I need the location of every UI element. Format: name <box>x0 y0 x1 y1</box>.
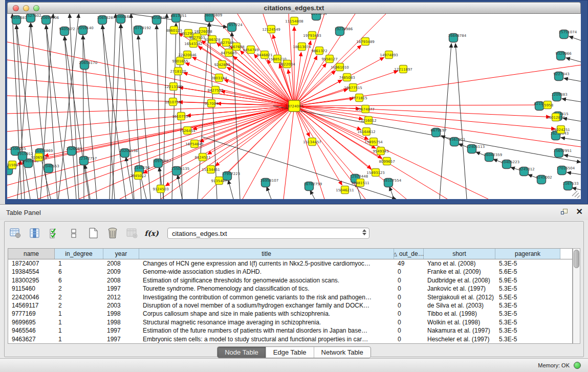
table-cell[interactable]: 1 <box>55 318 103 326</box>
table-cell[interactable]: 5.3E-5 <box>495 285 560 293</box>
scrollbar-thumb[interactable] <box>574 250 579 268</box>
table-cell[interactable]: Franke et al. (2009) <box>424 268 495 276</box>
table-cell[interactable]: 2 <box>55 285 103 293</box>
column-header-title[interactable]: title <box>139 249 394 259</box>
clear-selection-icon[interactable] <box>67 227 80 240</box>
zoom-window-button[interactable] <box>33 5 39 11</box>
new-column-icon[interactable] <box>86 227 100 240</box>
table-cell[interactable]: 0 <box>394 293 424 301</box>
table-cell[interactable]: 1997 <box>103 326 139 335</box>
float-panel-icon[interactable] <box>560 208 569 216</box>
table-cell[interactable]: 1997 <box>103 335 139 343</box>
table-cell[interactable]: 6 <box>55 268 103 276</box>
table-row[interactable]: 946554611997Estimation of the future num… <box>8 326 572 335</box>
table-cell[interactable]: 5.9E-5 <box>495 276 560 285</box>
delete-table-icon[interactable] <box>125 227 139 240</box>
table-cell[interactable]: Nakamura et al. (1997) <box>424 326 495 335</box>
table-row[interactable]: 977716911998Corpus callosum shape and si… <box>8 310 572 318</box>
table-cell[interactable]: 0 <box>394 301 424 310</box>
tab-network-table[interactable]: Network Table <box>314 347 371 358</box>
table-selector-dropdown[interactable]: citations_edges.txt <box>167 228 369 239</box>
table-row[interactable]: 946362711997Embryonic stem cells: a mode… <box>8 335 572 343</box>
table-cell[interactable]: 5.3E-5 <box>495 326 560 335</box>
tab-node-table[interactable]: Node Table <box>217 347 266 358</box>
table-cell[interactable]: 18724007 <box>8 259 55 268</box>
table-cell[interactable]: 2008 <box>103 276 139 285</box>
table-cell[interactable]: Investigating the contribution of common… <box>139 293 394 301</box>
table-cell[interactable]: Estimation of the future numbers of pati… <box>139 326 394 335</box>
table-row[interactable]: 1830029562008Estimation of significance … <box>8 276 572 285</box>
table-settings-icon[interactable] <box>9 227 22 240</box>
function-builder-icon[interactable]: f(x) <box>145 227 158 240</box>
table-cell[interactable]: 5.3E-5 <box>495 259 560 268</box>
table-row[interactable]: 969969511998Structural magnetic resonanc… <box>8 318 572 326</box>
tab-edge-table[interactable]: Edge Table <box>266 347 314 358</box>
table-cell[interactable]: 1998 <box>103 318 139 326</box>
table-cell[interactable]: 5.3E-5 <box>495 310 560 318</box>
network-canvas[interactable]: 2055381152760220691406940557220591401065… <box>7 14 581 199</box>
table-cell[interactable]: Yano et al. (2008) <box>424 259 495 268</box>
vertical-scrollbar[interactable] <box>573 248 580 344</box>
column-visibility-icon[interactable] <box>28 227 41 240</box>
network-window-titlebar[interactable]: citations_edges.txt <box>7 2 581 14</box>
table-cell[interactable]: 0 <box>394 285 424 293</box>
table-cell[interactable]: Tourette syndrome. Phenomenology and cla… <box>139 285 394 293</box>
table-cell[interactable]: 2 <box>55 293 103 301</box>
table-cell[interactable]: Embryonic stem cells: a model to study s… <box>139 335 394 343</box>
table-cell[interactable]: 0 <box>394 335 424 343</box>
delete-column-icon[interactable] <box>106 227 119 240</box>
table-cell[interactable]: Changes of HCN gene expression and I(f) … <box>139 259 394 268</box>
table-cell[interactable]: Genome-wide association studies in ADHD. <box>139 268 394 276</box>
table-cell[interactable]: 1998 <box>103 310 139 318</box>
table-cell[interactable]: 5.6E-5 <box>495 268 560 276</box>
close-window-button[interactable] <box>13 5 19 11</box>
table-cell[interactable]: 14569117 <box>8 301 55 310</box>
table-cell[interactable]: 1 <box>55 310 103 318</box>
table-cell[interactable]: 9777169 <box>8 310 55 318</box>
table-cell[interactable]: 0 <box>394 326 424 335</box>
table-cell[interactable]: 9463627 <box>8 335 55 343</box>
table-cell[interactable]: 5.3E-5 <box>495 318 560 326</box>
table-cell[interactable]: 19384554 <box>8 268 55 276</box>
table-cell[interactable]: 1 <box>55 326 103 335</box>
table-cell[interactable]: 0 <box>394 268 424 276</box>
table-cell[interactable]: 0 <box>394 318 424 326</box>
table-cell[interactable]: 1 <box>55 335 103 343</box>
table-cell[interactable]: 9699695 <box>8 318 55 326</box>
select-all-icon[interactable] <box>48 227 61 240</box>
column-header-year[interactable]: year <box>103 249 139 259</box>
table-cell[interactable]: 5.5E-5 <box>495 293 560 301</box>
table-cell[interactable]: 2012 <box>103 293 139 301</box>
table-cell[interactable]: Jankovic et al. (1997) <box>424 285 495 293</box>
table-row[interactable]: 1872400712008Changes of HCN gene express… <box>8 259 572 268</box>
table-cell[interactable]: Stergiakouli et al. (2012) <box>424 293 495 301</box>
table-cell[interactable]: Hescheler et al. (1997) <box>424 335 495 343</box>
column-header-short[interactable]: short <box>424 249 495 259</box>
table-cell[interactable]: 2008 <box>103 259 139 268</box>
table-cell[interactable]: 6 <box>55 276 103 285</box>
table-cell[interactable]: 0 <box>394 310 424 318</box>
column-header-name[interactable]: name <box>8 249 55 259</box>
table-cell[interactable]: 9465546 <box>8 326 55 335</box>
close-panel-icon[interactable]: ✕ <box>576 207 583 216</box>
table-cell[interactable]: 5.3E-5 <box>495 335 560 343</box>
table-cell[interactable]: Wolkin et al. (1998) <box>424 318 495 326</box>
table-cell[interactable]: 0 <box>394 276 424 285</box>
table-cell[interactable]: 49 <box>394 259 424 268</box>
table-cell[interactable]: Structural magnetic resonance image aver… <box>139 318 394 326</box>
minimize-window-button[interactable] <box>23 5 29 11</box>
table-cell[interactable]: de Silva et al. (2003) <box>424 301 495 310</box>
table-cell[interactable]: 2009 <box>103 268 139 276</box>
table-cell[interactable]: 18300295 <box>8 276 55 285</box>
table-cell[interactable]: 9115460 <box>8 285 55 293</box>
table-cell[interactable]: 5.3E-5 <box>495 301 560 310</box>
table-cell[interactable]: 22420046 <box>8 293 55 301</box>
table-cell[interactable]: 1997 <box>103 285 139 293</box>
table-cell[interactable]: 2 <box>55 301 103 310</box>
column-header-in_degree[interactable]: in_degree <box>55 249 103 259</box>
table-cell[interactable]: 2003 <box>103 301 139 310</box>
table-cell[interactable]: Corpus callosum shape and size in male p… <box>139 310 394 318</box>
canvas-resize-grip[interactable] <box>572 191 580 198</box>
table-row[interactable]: 2242004622012Investigating the contribut… <box>8 293 572 301</box>
table-cell[interactable]: Disruption of a novel member of a sodium… <box>139 301 394 310</box>
